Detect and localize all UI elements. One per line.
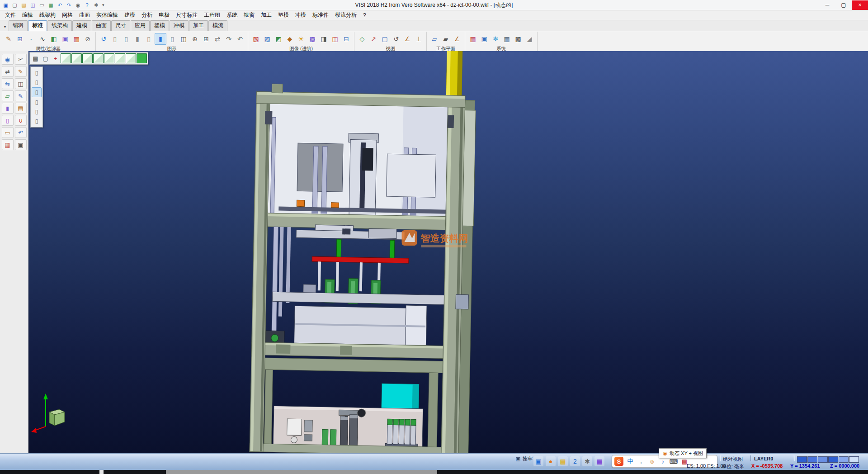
new-sheet-icon[interactable]: ▢ [41, 54, 50, 63]
app-logo-icon[interactable]: ▣ [1, 1, 10, 9]
layer-color-swatch[interactable] [818, 456, 828, 463]
tab-mould[interactable]: 塑模 [150, 20, 169, 31]
plan-view-icon[interactable]: ▢ [379, 33, 390, 44]
active-layer-selector[interactable]: LAYER0 [754, 456, 773, 461]
tab-overflow-dropdown-icon[interactable]: ▾ [1, 24, 9, 31]
ime-emoji-icon[interactable]: ☺ [646, 457, 657, 466]
filter-points-strip-icon[interactable]: ▯ [32, 78, 41, 87]
view-manager-icon[interactable]: ◉ [74, 1, 82, 9]
mirror-icon[interactable]: ⇆ [2, 78, 14, 89]
menu-edit[interactable]: 编辑 [19, 10, 36, 20]
messenger-tray-icon[interactable]: 2 [570, 456, 580, 466]
select-pointer-icon[interactable]: + [51, 54, 60, 63]
menu-mould[interactable]: 塑模 [275, 10, 292, 20]
ime-punctuation[interactable]: ， [636, 457, 646, 466]
iso-view-se-icon[interactable] [82, 53, 93, 63]
taskbar-segment[interactable] [166, 470, 437, 474]
iso-view-nw-icon[interactable] [71, 53, 82, 63]
tab-flow[interactable]: 模流 [208, 20, 227, 31]
menu-window[interactable]: 视窗 [241, 10, 258, 20]
maximize-button[interactable]: ▢ [835, 0, 852, 10]
menu-surface[interactable]: 曲面 [76, 10, 93, 20]
dynamic-section-icon[interactable]: ◫ [330, 33, 340, 44]
undo-small-icon[interactable]: ↶ [15, 127, 27, 138]
iso-view-icon[interactable]: ◇ [357, 33, 368, 44]
zoom-previous-icon[interactable]: ◉ [2, 54, 14, 65]
axis-view-icon[interactable]: ↗ [368, 33, 379, 44]
measure-icon[interactable]: ▭ [2, 127, 14, 138]
workplane-rotate-icon[interactable]: ∠ [452, 33, 462, 44]
display-tray-icon[interactable]: ▣ [533, 456, 543, 466]
normal-to-face-icon[interactable]: ⊥ [413, 33, 424, 44]
raster-icon[interactable]: ▩ [513, 33, 524, 44]
iso-view-sw-icon[interactable] [93, 53, 104, 63]
capture-image-icon[interactable]: ◩ [273, 33, 284, 44]
filter-wireframe-icon[interactable]: ∿ [37, 33, 48, 44]
menu-mesh[interactable]: 网格 [59, 10, 76, 20]
rotate-model-icon[interactable]: ↺ [391, 33, 401, 44]
tab-die[interactable]: 冲模 [170, 20, 189, 31]
menu-analysis[interactable]: 分析 [138, 10, 156, 20]
3d-viewport[interactable]: ▤▢+ ▯▯▯▯▯▯ [28, 51, 868, 454]
menu-dimensioning[interactable]: 尺寸标注 [173, 10, 201, 20]
menu-wireframe[interactable]: 线架构 [36, 10, 59, 20]
close-button[interactable]: × [852, 0, 868, 10]
workplane-small-icon[interactable]: ▱ [2, 90, 14, 101]
shaded-mode-icon[interactable]: ▮ [155, 33, 166, 45]
move-icon[interactable]: ⇄ [2, 66, 14, 77]
snap-lock-toggle[interactable]: ▣ 拴牢 [515, 455, 533, 462]
tab-edit[interactable]: 编辑 [9, 20, 28, 31]
graphics-tray-icon[interactable]: ▦ [594, 456, 604, 466]
open-folder-icon[interactable]: ▤ [19, 1, 28, 9]
undo-icon[interactable]: ↶ [56, 1, 64, 9]
snap-toggle-icon[interactable]: ▣ [515, 456, 521, 462]
menu-file[interactable]: 文件 [2, 10, 19, 20]
filter-points-icon[interactable]: ∙ [26, 33, 37, 44]
filter-surfaces-icon[interactable]: ◧ [48, 33, 59, 44]
lighting-icon[interactable]: ☀ [296, 33, 307, 44]
align-view-icon[interactable]: ∠ [402, 33, 413, 44]
minimize-button[interactable]: ─ [819, 0, 835, 10]
menu-flow-analysis[interactable]: 模流分析 [332, 10, 360, 20]
material-icon[interactable]: ◆ [284, 33, 295, 44]
tab-standard[interactable]: 标准 [28, 20, 47, 31]
menu-machining[interactable]: 加工 [258, 10, 275, 20]
previous-view-icon[interactable]: ↶ [235, 33, 245, 44]
menu-standard-parts[interactable]: 标准件 [309, 10, 332, 20]
hint-orbit-icon[interactable]: ◉ [662, 450, 668, 456]
pan-view-icon[interactable]: ⇄ [212, 33, 223, 44]
front-view-cube-icon[interactable] [115, 53, 125, 63]
ime-voice-icon[interactable]: ♪ [657, 457, 668, 466]
redo-icon[interactable]: ↷ [65, 1, 73, 9]
sketch-icon[interactable]: ✎ [15, 66, 27, 77]
notebook-icon[interactable]: ▤ [15, 103, 27, 114]
ime-mode-chinese[interactable]: 中 [625, 457, 636, 466]
iso-view-ne-icon[interactable] [61, 53, 71, 63]
filter-solids-strip-icon[interactable]: ▯ [32, 87, 42, 97]
layer-color-swatch[interactable] [807, 456, 817, 463]
plot-icon[interactable]: ▦ [47, 1, 55, 9]
section-view-icon[interactable]: ◫ [178, 33, 189, 44]
ime-keyboard-icon[interactable]: ⌨ [668, 457, 679, 466]
wireframe-mode-icon[interactable]: ▯ [109, 33, 120, 44]
transparent-mode-icon[interactable]: ▯ [167, 33, 178, 44]
screen-config-icon[interactable]: ▣ [479, 33, 490, 44]
options-icon[interactable]: ✱ [92, 1, 100, 9]
workplane-icon[interactable]: ▱ [429, 33, 440, 44]
layer-color-swatch[interactable] [849, 456, 859, 463]
tab-dimension[interactable]: 尺寸 [111, 20, 130, 31]
quick-access-dropdown-icon[interactable]: ▾ [100, 3, 106, 7]
rotate-view-icon[interactable]: ↷ [223, 33, 234, 44]
change-attributes-icon[interactable]: ✎ [3, 33, 14, 44]
tab-application[interactable]: 应用 [131, 20, 150, 31]
top-view-cube-icon[interactable] [104, 53, 114, 63]
pixel-grid-icon[interactable]: ▦ [501, 33, 512, 44]
hidden-line-icon[interactable]: ▯ [121, 33, 132, 44]
print-icon[interactable]: ▭ [38, 1, 46, 9]
menu-help[interactable]: ? [360, 11, 369, 19]
layer-color-swatch[interactable] [797, 456, 807, 463]
layer-color-swatch[interactable] [839, 456, 849, 463]
filter-doc-icon[interactable]: ▯ [32, 68, 41, 77]
draft-angle-icon[interactable]: ◢ [524, 33, 535, 44]
zoom-extents-icon[interactable]: ⊕ [189, 33, 200, 44]
